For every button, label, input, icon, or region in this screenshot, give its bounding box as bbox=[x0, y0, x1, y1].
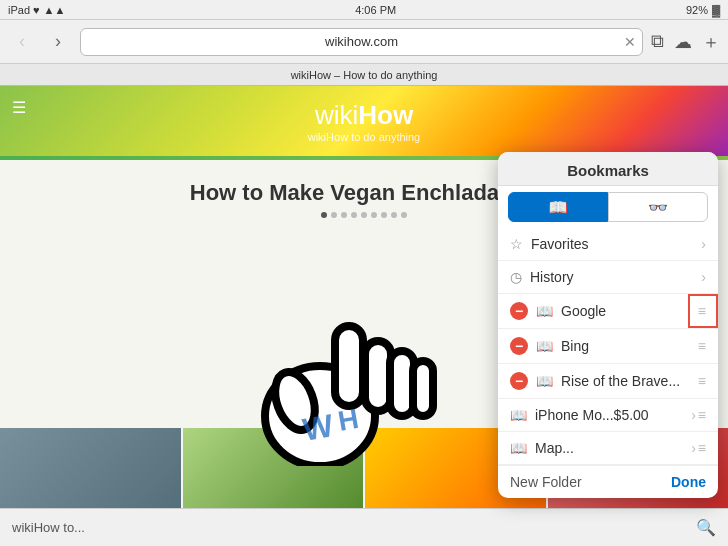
bing-label: Bing bbox=[561, 338, 694, 354]
cloud-icon[interactable]: ☁ bbox=[674, 31, 692, 53]
wh-logo: wikiHow bbox=[315, 100, 413, 131]
arrow-map-icon: › bbox=[691, 440, 696, 456]
book-map-icon: 📖 bbox=[510, 440, 527, 456]
thumb-2 bbox=[183, 428, 364, 508]
bottom-bar: wikiHow to... 🔍 bbox=[0, 508, 728, 546]
glasses-icon: 👓 bbox=[648, 198, 668, 217]
logo-wiki-part: wiki bbox=[315, 100, 358, 130]
search-icon[interactable]: 🔍 bbox=[696, 518, 716, 537]
history-chevron-icon: › bbox=[701, 269, 706, 285]
address-bar[interactable]: wikihow.com ✕ bbox=[80, 28, 643, 56]
done-button[interactable]: Done bbox=[671, 474, 706, 490]
chevron-right-icon: › bbox=[701, 236, 706, 252]
bookmark-iphone[interactable]: 📖 iPhone Mo...$5.00 › ≡ bbox=[498, 399, 718, 432]
books-icon: 📖 bbox=[548, 198, 568, 217]
browser-chrome: ‹ › wikihow.com ✕ ⧉ ☁ ＋ bbox=[0, 20, 728, 64]
favorites-label: Favorites bbox=[531, 236, 697, 252]
minus-rise-icon[interactable]: − bbox=[510, 372, 528, 390]
history-label: History bbox=[530, 269, 697, 285]
url-text: wikihow.com bbox=[325, 34, 398, 49]
dot-6 bbox=[371, 212, 377, 218]
toolbar-icons: ⧉ ☁ ＋ bbox=[651, 30, 720, 54]
main-content: ☰ wikiHow wikiHow to do anything How to … bbox=[0, 86, 728, 546]
drag-map-icon: ≡ bbox=[698, 440, 706, 456]
rise-label: Rise of the Brave... bbox=[561, 373, 694, 389]
map-label: Map... bbox=[535, 440, 687, 456]
forward-icon: › bbox=[55, 31, 61, 52]
book-rise-icon: 📖 bbox=[536, 373, 553, 389]
arrow-iphone-icon: › bbox=[691, 407, 696, 423]
ipad-label: iPad ♥ bbox=[8, 4, 40, 16]
bookmarks-header: Bookmarks bbox=[498, 152, 718, 186]
dot-1 bbox=[321, 212, 327, 218]
search-text: wikiHow to... bbox=[12, 520, 696, 535]
status-right: 92% ▓ bbox=[686, 4, 720, 16]
dot-9 bbox=[401, 212, 407, 218]
status-left: iPad ♥ ▲▲ bbox=[8, 4, 65, 16]
bookmarks-panel: Bookmarks 📖 👓 ☆ Favorites › ◷ History › … bbox=[498, 152, 718, 498]
wh-tagline: wikiHow to do anything bbox=[308, 131, 421, 143]
dot-8 bbox=[391, 212, 397, 218]
bookmark-rise[interactable]: − 📖 Rise of the Brave... ≡ bbox=[498, 364, 718, 399]
wifi-icon: ▲▲ bbox=[44, 4, 66, 16]
bookmarks-footer: New Folder Done bbox=[498, 465, 718, 498]
status-bar: iPad ♥ ▲▲ 4:06 PM 92% ▓ bbox=[0, 0, 728, 20]
drag-google-icon: ≡ bbox=[698, 303, 706, 319]
bookmarks-tab-reading[interactable]: 👓 bbox=[608, 192, 708, 222]
bookmarks-tabs: 📖 👓 bbox=[498, 186, 718, 228]
dot-3 bbox=[341, 212, 347, 218]
bookmarks-tab-books[interactable]: 📖 bbox=[508, 192, 608, 222]
favorites-item[interactable]: ☆ Favorites › bbox=[498, 228, 718, 261]
dot-4 bbox=[351, 212, 357, 218]
tab-bar: wikiHow – How to do anything bbox=[0, 64, 728, 86]
menu-icon[interactable]: ☰ bbox=[12, 98, 26, 117]
dot-7 bbox=[381, 212, 387, 218]
book-bing-icon: 📖 bbox=[536, 338, 553, 354]
back-icon: ‹ bbox=[19, 31, 25, 52]
close-tab-icon[interactable]: ✕ bbox=[624, 34, 636, 50]
logo-how-part: How bbox=[358, 100, 413, 130]
google-label: Google bbox=[561, 303, 694, 319]
wh-header: ☰ wikiHow wikiHow to do anything bbox=[0, 86, 728, 156]
forward-button[interactable]: › bbox=[44, 28, 72, 56]
history-item[interactable]: ◷ History › bbox=[498, 261, 718, 294]
drag-rise-icon: ≡ bbox=[698, 373, 706, 389]
tab-title: wikiHow – How to do anything bbox=[291, 69, 438, 81]
drag-bing-icon: ≡ bbox=[698, 338, 706, 354]
bookmark-tab-icon[interactable]: ⧉ bbox=[651, 31, 664, 52]
minus-google-icon[interactable]: − bbox=[510, 302, 528, 320]
star-icon: ☆ bbox=[510, 236, 523, 252]
minus-bing-icon[interactable]: − bbox=[510, 337, 528, 355]
bookmark-bing[interactable]: − 📖 Bing ≡ bbox=[498, 329, 718, 364]
article-title-text: How to Make Vegan Ench bbox=[190, 180, 455, 205]
dot-2 bbox=[331, 212, 337, 218]
thumb-1 bbox=[0, 428, 181, 508]
battery-icon: ▓ bbox=[712, 4, 720, 16]
dot-5 bbox=[361, 212, 367, 218]
new-folder-button[interactable]: New Folder bbox=[510, 474, 671, 490]
iphone-label: iPhone Mo...$5.00 bbox=[535, 407, 687, 423]
book-google-icon: 📖 bbox=[536, 303, 553, 319]
battery-label: 92% bbox=[686, 4, 708, 16]
add-tab-icon[interactable]: ＋ bbox=[702, 30, 720, 54]
drag-iphone-icon: ≡ bbox=[698, 407, 706, 423]
book-iphone-icon: 📖 bbox=[510, 407, 527, 423]
clock-icon: ◷ bbox=[510, 269, 522, 285]
bookmark-google[interactable]: − 📖 Google ≡ bbox=[498, 294, 718, 329]
back-button[interactable]: ‹ bbox=[8, 28, 36, 56]
bookmark-map[interactable]: 📖 Map... › ≡ bbox=[498, 432, 718, 465]
time-display: 4:06 PM bbox=[355, 4, 396, 16]
